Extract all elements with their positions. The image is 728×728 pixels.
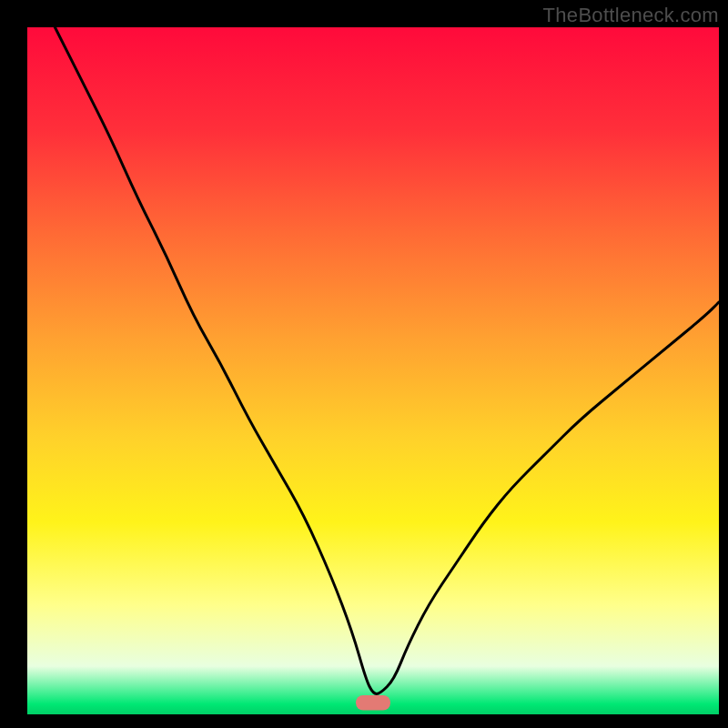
chart-stage: TheBottleneck.com xyxy=(0,0,728,728)
chart-background xyxy=(27,27,719,714)
optimal-range-marker xyxy=(356,695,390,711)
chart-plot xyxy=(0,0,728,728)
watermark-text: TheBottleneck.com xyxy=(543,4,719,27)
